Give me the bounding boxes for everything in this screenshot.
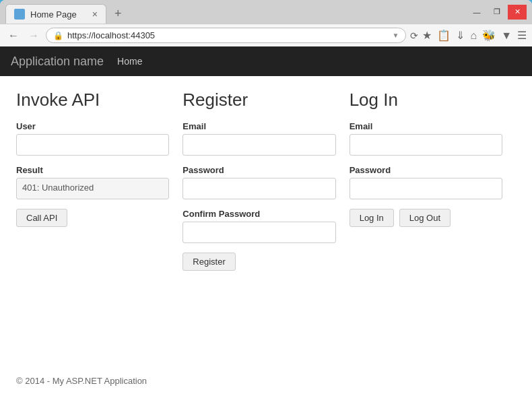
login-password-label: Password: [350, 165, 502, 175]
maximize-button[interactable]: ❐: [488, 5, 506, 20]
login-password-group: Password: [350, 165, 502, 199]
close-window-button[interactable]: ✕: [508, 5, 527, 20]
register-password-group: Password: [182, 165, 335, 199]
url-box[interactable]: 🔒 https://localhost:44305 ▼: [46, 28, 406, 43]
url-chevron-icon: ▼: [393, 32, 399, 39]
login-email-input[interactable]: [350, 134, 502, 156]
login-password-input[interactable]: [350, 178, 502, 199]
reload-button[interactable]: ⟳: [410, 30, 418, 41]
extensions-icon[interactable]: 🐝: [482, 29, 496, 42]
toolbar-icons: ★ 📋 ⇓ ⌂ 🐝 ▼ ☰: [422, 29, 527, 42]
result-label: Result: [16, 165, 169, 175]
footer-text: © 2014 - My ASP.NET Application: [16, 376, 147, 386]
bookmark-star-icon[interactable]: ★: [422, 29, 432, 42]
result-field-group: Result 401: Unauthorized: [16, 165, 169, 199]
bookmark-list-icon[interactable]: 📋: [437, 29, 451, 42]
sections: Invoke API User Result 401: Unauthorized…: [16, 90, 516, 354]
forward-button[interactable]: →: [26, 28, 42, 43]
user-label: User: [16, 121, 169, 131]
result-value: 401: Unauthorized: [16, 178, 169, 199]
tab-close-button[interactable]: ×: [92, 9, 98, 20]
login-section: Log In Email Password Log In Log Out: [350, 90, 516, 354]
footer: © 2014 - My ASP.NET Application: [0, 368, 532, 394]
login-title: Log In: [350, 90, 502, 110]
register-confirm-label: Confirm Password: [182, 209, 335, 219]
register-title: Register: [182, 90, 335, 110]
navbar: Application name Home: [0, 46, 532, 76]
profile-chevron-icon[interactable]: ▼: [501, 30, 512, 42]
register-confirm-input[interactable]: [182, 222, 335, 243]
register-email-group: Email: [182, 121, 335, 156]
register-section: Register Email Password Confirm Password…: [182, 90, 349, 354]
register-email-input[interactable]: [182, 134, 335, 156]
active-tab[interactable]: Home Page ×: [5, 4, 106, 24]
address-bar: ← → 🔒 https://localhost:44305 ▼ ⟳ ★ 📋 ⇓ …: [0, 24, 532, 46]
page-wrapper: Application name Home Invoke API User Re…: [0, 46, 532, 394]
logout-button[interactable]: Log Out: [399, 209, 451, 227]
tab-bar: Home Page × + — ❐ ✕: [0, 0, 532, 24]
new-tab-button[interactable]: +: [109, 4, 127, 24]
register-password-input[interactable]: [182, 178, 335, 199]
navbar-home-link[interactable]: Home: [117, 56, 142, 67]
invoke-api-title: Invoke API: [16, 90, 169, 110]
user-field-group: User: [16, 121, 169, 156]
register-confirm-group: Confirm Password: [182, 209, 335, 243]
user-input[interactable]: [16, 134, 169, 156]
lock-icon: 🔒: [53, 31, 63, 40]
register-email-label: Email: [182, 121, 335, 131]
minimize-button[interactable]: —: [467, 5, 486, 20]
invoke-api-section: Invoke API User Result 401: Unauthorized…: [16, 90, 182, 354]
download-icon[interactable]: ⇓: [456, 29, 465, 42]
browser-chrome: Home Page × + — ❐ ✕ ← → 🔒 https://localh…: [0, 0, 532, 46]
home-icon[interactable]: ⌂: [470, 30, 477, 42]
navbar-brand[interactable]: Application name: [11, 55, 104, 69]
menu-icon[interactable]: ☰: [517, 29, 527, 42]
url-text: https://localhost:44305: [67, 30, 389, 40]
login-button-group: Log In Log Out: [350, 209, 502, 227]
call-api-button[interactable]: Call API: [16, 209, 67, 227]
window-controls: — ❐ ✕: [467, 5, 527, 24]
login-email-label: Email: [350, 121, 502, 131]
login-email-group: Email: [350, 121, 502, 156]
page-content: Invoke API User Result 401: Unauthorized…: [0, 76, 532, 368]
register-button[interactable]: Register: [182, 253, 235, 271]
back-button[interactable]: ←: [5, 28, 22, 43]
register-password-label: Password: [182, 165, 335, 175]
tab-favicon: [14, 9, 25, 20]
login-button[interactable]: Log In: [350, 209, 394, 227]
tab-title: Home Page: [30, 9, 77, 20]
